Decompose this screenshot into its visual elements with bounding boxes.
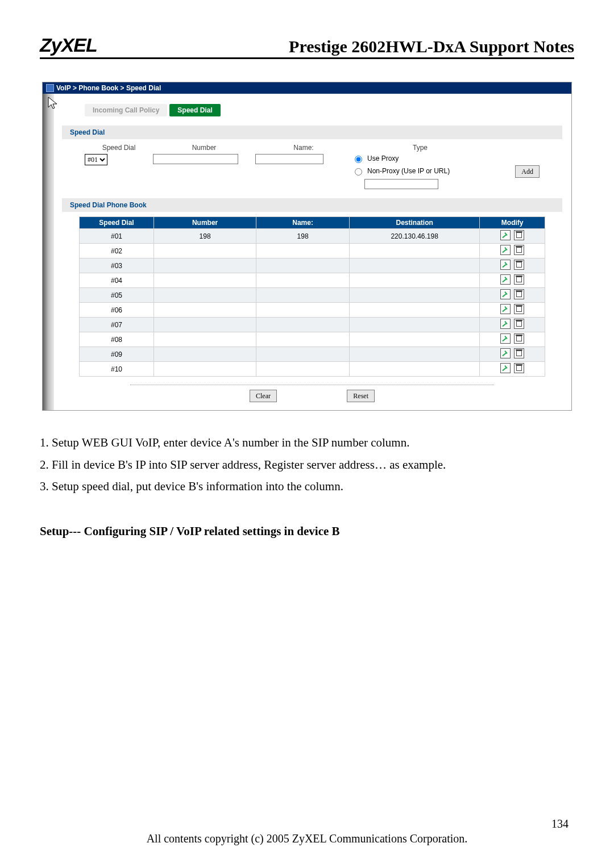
tab-bar: Incoming Call Policy Speed Dial [85, 104, 562, 116]
phone-book-table: Speed Dial Number Name: Destination Modi… [79, 216, 545, 377]
cell-destination [350, 288, 480, 303]
edit-icon[interactable] [500, 260, 511, 270]
number-input[interactable] [153, 154, 238, 164]
table-row: #01198198220.130.46.198 [80, 229, 545, 244]
add-button[interactable]: Add [515, 165, 540, 178]
cell-destination [350, 318, 480, 332]
separator [130, 385, 494, 385]
table-row: #03 [80, 258, 545, 273]
edit-icon[interactable] [500, 363, 511, 373]
reset-button[interactable]: Reset [347, 390, 375, 402]
label-number: Number [153, 144, 255, 152]
radio-use-proxy[interactable]: Use Proxy [352, 154, 488, 163]
delete-icon[interactable] [514, 304, 524, 314]
tab-incoming-call-policy[interactable]: Incoming Call Policy [85, 104, 167, 116]
non-proxy-input[interactable] [364, 179, 438, 189]
edit-icon[interactable] [500, 245, 511, 255]
delete-icon[interactable] [514, 348, 524, 358]
table-row: #06 [80, 303, 545, 318]
name-input[interactable] [255, 154, 323, 164]
label-name: Name: [255, 144, 352, 152]
cell-name [256, 244, 350, 258]
cell-speed-dial: #01 [80, 229, 154, 244]
cell-destination [350, 258, 480, 273]
delete-icon[interactable] [514, 274, 524, 285]
radio-non-proxy-input[interactable] [355, 168, 362, 176]
cell-destination [350, 303, 480, 318]
col-destination: Destination [350, 217, 480, 229]
cell-modify [480, 332, 545, 347]
cell-speed-dial: #08 [80, 332, 154, 347]
speed-dial-select[interactable]: #01 [85, 154, 107, 165]
breadcrumb-icon [46, 84, 54, 92]
radio-non-proxy[interactable]: Non-Proxy (Use IP or URL) [352, 166, 488, 176]
edit-icon[interactable] [500, 304, 511, 314]
cell-name [256, 288, 350, 303]
cell-name [256, 303, 350, 318]
delete-icon[interactable] [514, 319, 524, 329]
cell-modify [480, 362, 545, 377]
edit-icon[interactable] [500, 289, 511, 299]
label-speed-dial: Speed Dial [85, 144, 153, 152]
instruction-line-3: 3. Setup speed dial, put device B's info… [40, 477, 574, 496]
cell-speed-dial: #05 [80, 288, 154, 303]
cell-speed-dial: #07 [80, 318, 154, 332]
delete-icon[interactable] [514, 230, 524, 240]
delete-icon[interactable] [514, 245, 524, 255]
cell-name: 198 [256, 229, 350, 244]
tab-speed-dial[interactable]: Speed Dial [169, 104, 220, 116]
cell-name [256, 273, 350, 288]
cell-number [154, 273, 256, 288]
cell-destination [350, 244, 480, 258]
edit-icon[interactable] [500, 319, 511, 329]
radio-use-proxy-input[interactable] [355, 156, 362, 163]
cell-number [154, 347, 256, 362]
cell-modify [480, 229, 545, 244]
delete-icon[interactable] [514, 289, 524, 299]
label-type: Type [352, 144, 488, 152]
section-speed-dial-title: Speed Dial [62, 126, 562, 139]
page-number: 134 [551, 817, 569, 831]
edit-icon[interactable] [500, 230, 511, 240]
delete-icon[interactable] [514, 333, 524, 344]
cell-speed-dial: #06 [80, 303, 154, 318]
table-row: #08 [80, 332, 545, 347]
cell-speed-dial: #02 [80, 244, 154, 258]
cell-speed-dial: #10 [80, 362, 154, 377]
cell-name [256, 332, 350, 347]
instruction-line-2: 2. Fill in device B's IP into SIP server… [40, 456, 574, 474]
cell-destination [350, 332, 480, 347]
cell-number [154, 258, 256, 273]
col-modify: Modify [480, 217, 545, 229]
cell-modify [480, 244, 545, 258]
delete-icon[interactable] [514, 363, 524, 373]
cell-number [154, 244, 256, 258]
cell-modify [480, 347, 545, 362]
edit-icon[interactable] [500, 348, 511, 358]
col-number: Number [154, 217, 256, 229]
cell-speed-dial: #09 [80, 347, 154, 362]
ui-screenshot: VoIP > Phone Book > Speed Dial Incoming … [42, 82, 572, 411]
brand-logo: ZyXEL [40, 34, 97, 56]
cell-modify [480, 303, 545, 318]
delete-icon[interactable] [514, 260, 524, 270]
cell-name [256, 347, 350, 362]
table-row: #04 [80, 273, 545, 288]
edit-icon[interactable] [500, 274, 511, 285]
cell-speed-dial: #04 [80, 273, 154, 288]
cell-number [154, 303, 256, 318]
cell-number: 198 [154, 229, 256, 244]
cell-name [256, 258, 350, 273]
cell-number [154, 332, 256, 347]
cell-name [256, 362, 350, 377]
cell-number [154, 288, 256, 303]
cell-number [154, 362, 256, 377]
clear-button[interactable]: Clear [250, 390, 277, 402]
cell-speed-dial: #03 [80, 258, 154, 273]
cell-destination [350, 362, 480, 377]
cell-modify [480, 288, 545, 303]
col-speed-dial: Speed Dial [80, 217, 154, 229]
table-row: #09 [80, 347, 545, 362]
edit-icon[interactable] [500, 333, 511, 344]
sub-heading: Setup--- Configuring SIP / VoIP related … [40, 524, 574, 539]
